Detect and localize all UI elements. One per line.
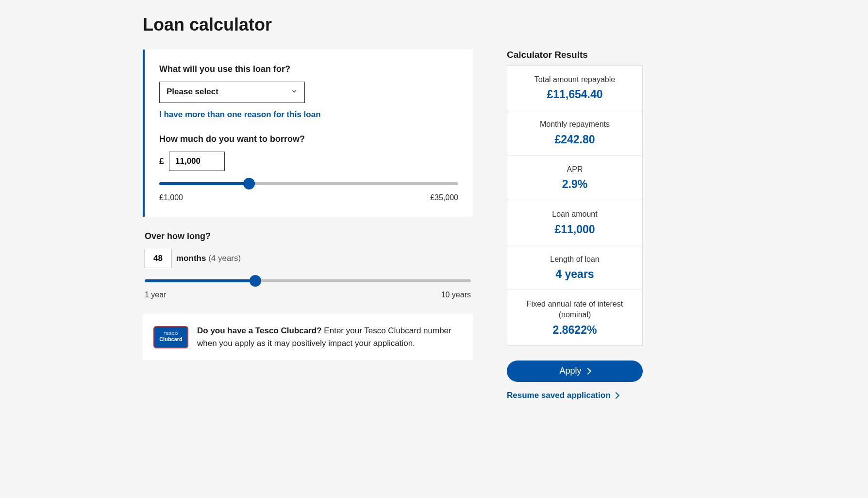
term-question: Over how long? bbox=[145, 231, 471, 241]
chevron-down-icon bbox=[291, 88, 298, 97]
term-input[interactable] bbox=[145, 249, 171, 268]
calculator-form: What will you use this loan for? Please … bbox=[143, 50, 473, 360]
slider-thumb[interactable] bbox=[243, 178, 255, 189]
amount-question: How much do you want to borrow? bbox=[159, 134, 458, 144]
resume-application-link[interactable]: Resume saved application bbox=[507, 391, 618, 400]
term-slider-min: 1 year bbox=[145, 291, 166, 299]
purpose-question: What will you use this loan for? bbox=[159, 64, 458, 74]
clubcard-callout: TESCO Clubcard Do you have a Tesco Clubc… bbox=[143, 314, 473, 360]
chevron-right-icon bbox=[585, 366, 590, 376]
result-monthly: Monthly repayments £242.80 bbox=[507, 110, 642, 155]
amount-slider-min: £1,000 bbox=[159, 193, 183, 202]
term-slider-max: 10 years bbox=[441, 291, 471, 299]
amount-slider[interactable] bbox=[159, 178, 458, 189]
purpose-select-placeholder: Please select bbox=[160, 82, 304, 102]
multi-reason-link[interactable]: I have more than one reason for this loa… bbox=[159, 110, 321, 120]
term-slider[interactable] bbox=[145, 275, 471, 287]
result-fixed-rate: Fixed annual rate of interest (nominal) … bbox=[507, 290, 642, 345]
clubcard-text: Do you have a Tesco Clubcard? Enter your… bbox=[197, 325, 462, 349]
results-title: Calculator Results bbox=[507, 50, 643, 60]
form-card: What will you use this loan for? Please … bbox=[143, 50, 473, 217]
months-word: months bbox=[176, 254, 206, 263]
result-apr: APR 2.9% bbox=[507, 155, 642, 200]
slider-fill bbox=[145, 279, 255, 282]
amount-input[interactable] bbox=[169, 152, 225, 171]
chevron-right-icon bbox=[614, 391, 618, 400]
results-box: Total amount repayable £11,654.40 Monthl… bbox=[507, 65, 643, 346]
apply-button[interactable]: Apply bbox=[507, 361, 643, 382]
result-loan-amount: Loan amount £11,000 bbox=[507, 200, 642, 245]
slider-fill bbox=[159, 182, 249, 185]
amount-slider-max: £35,000 bbox=[430, 193, 458, 202]
years-note: (4 years) bbox=[208, 254, 241, 263]
purpose-select[interactable]: Please select bbox=[159, 82, 305, 103]
clubcard-icon: TESCO Clubcard bbox=[153, 326, 188, 348]
results-panel: Calculator Results Total amount repayabl… bbox=[507, 50, 643, 400]
page-title: Loan calculator bbox=[143, 15, 725, 35]
result-length: Length of loan 4 years bbox=[507, 245, 642, 290]
slider-thumb[interactable] bbox=[250, 275, 261, 287]
currency-symbol: £ bbox=[159, 156, 164, 167]
result-total-repayable: Total amount repayable £11,654.40 bbox=[507, 66, 642, 110]
